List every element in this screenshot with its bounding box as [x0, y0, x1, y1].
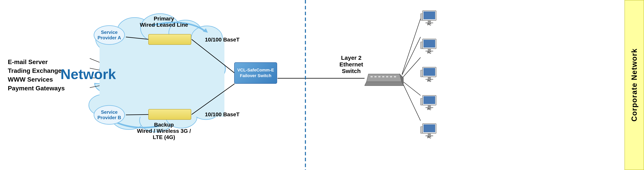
svg-rect-54 [420, 70, 422, 77]
svg-rect-66 [420, 127, 422, 133]
pc-item-3: PC [420, 66, 439, 83]
pc-icon-2: PC [420, 38, 439, 54]
label-www: WWW Services [8, 76, 65, 83]
pc-item-2: PC [420, 38, 439, 54]
svg-line-24 [402, 57, 420, 78]
diagram-container: E-mail Server Trading Exchange WWW Servi… [0, 0, 644, 170]
svg-rect-48 [420, 42, 422, 49]
svg-line-18 [126, 115, 149, 115]
pc-icon-5: PC [420, 123, 439, 139]
service-provider-b: ServiceProvider B [94, 105, 125, 125]
pc-icon-3: PC [420, 66, 439, 83]
corporate-network-label: Corporate Network [624, 0, 644, 170]
svg-rect-32 [374, 76, 377, 77]
label-email: E-mail Server [8, 58, 65, 66]
left-labels: E-mail Server Trading Exchange WWW Servi… [8, 58, 65, 92]
pc-icon-1: PC [420, 10, 439, 26]
svg-rect-36 [390, 76, 392, 77]
svg-line-20 [192, 84, 234, 115]
svg-text:PC: PC [428, 108, 431, 111]
svg-rect-35 [386, 76, 388, 77]
svg-line-26 [402, 82, 420, 121]
svg-text:PC: PC [428, 23, 431, 26]
pc-item-1: PC [420, 10, 439, 26]
svg-rect-33 [378, 76, 380, 77]
svg-rect-10 [100, 39, 224, 117]
svg-line-23 [402, 37, 420, 75]
primary-router [148, 34, 191, 45]
svg-line-13 [90, 58, 100, 62]
svg-line-17 [126, 37, 149, 39]
svg-rect-37 [394, 76, 396, 77]
backup-connection-label: Backup Wired / Wireless 3G / LTE (4G) [129, 122, 199, 140]
svg-marker-29 [364, 82, 404, 86]
svg-rect-58 [428, 105, 431, 107]
svg-line-16 [90, 86, 100, 88]
svg-text:PC: PC [428, 136, 431, 139]
svg-rect-42 [420, 14, 422, 20]
service-provider-a: ServiceProvider A [94, 25, 125, 45]
pc-item-4: PC [420, 94, 439, 111]
pc-group: PC PC PC [420, 10, 439, 139]
svg-rect-64 [428, 133, 431, 135]
svg-marker-28 [366, 74, 402, 82]
svg-line-19 [192, 39, 234, 73]
switch-device-svg [364, 66, 404, 90]
label-trading: Trading Exchange [8, 67, 65, 74]
svg-text:PC: PC [428, 51, 431, 54]
svg-rect-45 [424, 40, 435, 47]
label-payment: Payment Gateways [8, 85, 65, 92]
pc-icon-4: PC [420, 94, 439, 111]
svg-marker-11 [203, 28, 208, 33]
primary-connection-label: Primary Wired Leased Line [133, 15, 195, 28]
network-cloud-text: Network [60, 66, 116, 82]
svg-rect-51 [424, 68, 435, 76]
svg-line-22 [402, 18, 420, 74]
svg-rect-31 [370, 76, 373, 77]
svg-rect-34 [382, 76, 384, 77]
backup-router [148, 109, 191, 120]
pc-item-5: PC [420, 123, 439, 139]
corporate-network-text: Corporate Network [630, 48, 638, 122]
vcl-failover-switch: VCL-SafeComm-E Failover Switch [234, 62, 277, 84]
svg-rect-52 [428, 77, 431, 79]
svg-rect-40 [428, 20, 431, 22]
svg-rect-39 [424, 11, 435, 19]
svg-rect-63 [424, 124, 435, 132]
speed-label-backup: 10/100 BaseT [205, 111, 240, 118]
svg-rect-57 [424, 96, 435, 104]
svg-text:PC: PC [428, 79, 431, 82]
connections-svg [0, 0, 644, 170]
svg-line-25 [402, 81, 420, 95]
svg-rect-60 [420, 98, 422, 105]
speed-label-primary: 10/100 BaseT [205, 37, 240, 43]
svg-rect-46 [428, 49, 431, 51]
